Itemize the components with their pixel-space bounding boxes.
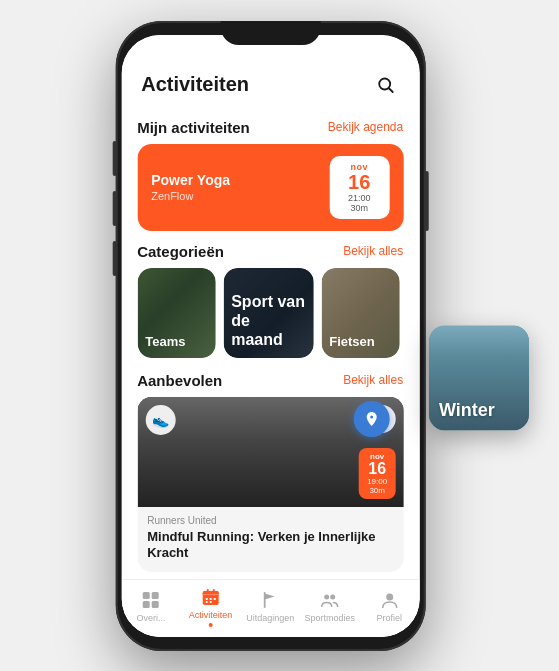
event-date-badge: nov 16 19:00 30m [359,448,395,499]
aanbevolen-name: Mindful Running: Verken je Innerlijke Kr… [147,529,393,563]
categorieen-title: Categorieën [137,243,224,260]
badge-day: 16 [367,461,387,477]
svg-rect-12 [210,598,212,600]
svg-rect-11 [206,598,208,600]
svg-rect-3 [152,592,159,599]
svg-rect-4 [143,601,150,608]
phone-notch [220,21,320,45]
svg-line-1 [389,88,393,92]
aanbevolen-image: 👟 ⚽ nov 16 19:00 30m [137,397,403,507]
mijn-activiteiten-header: Mijn activiteiten Bekijk agenda [137,119,403,136]
nav-active-indicator [209,623,213,627]
grid-icon [140,589,162,611]
activity-date-box: nov 16 21:00 30m [329,156,389,219]
volume-up-button [112,141,116,176]
aanbevolen-title: Aanbevolen [137,372,222,389]
people-icon [319,589,341,611]
app-body: Mijn activiteiten Bekijk agenda Power Yo… [121,109,419,579]
svg-point-0 [379,78,390,89]
svg-point-18 [330,595,335,600]
sport-label: Sport van de maand [223,284,313,358]
category-teams[interactable]: Teams [137,268,215,358]
app-header: Activiteiten [121,35,419,109]
silent-button [112,241,116,276]
nav-label-overview: Overi... [136,613,165,623]
nav-item-profiel[interactable]: Profiel [362,589,417,623]
svg-rect-9 [213,589,215,593]
svg-rect-7 [203,591,219,596]
nav-item-activiteiten[interactable]: Activiteiten [183,586,238,627]
svg-rect-10 [203,594,219,595]
nav-label-sportmodies: Sportmodies [305,613,356,623]
categorieen-header: Categorieën Bekijk alles [137,243,403,260]
badge-time: 19:00 30m [367,477,387,495]
search-button[interactable] [371,71,399,99]
phone-screen: Activiteiten Mijn activiteiten Bekijk ag… [121,35,419,637]
svg-rect-5 [152,601,159,608]
svg-rect-13 [214,598,216,600]
scene: Activiteiten Mijn activiteiten Bekijk ag… [0,0,559,671]
page-title: Activiteiten [141,73,249,96]
nav-label-profiel: Profiel [377,613,403,623]
calendar-icon [200,586,222,608]
bekijk-alles-aanbevolen-link[interactable]: Bekijk alles [343,373,403,387]
flag-icon [259,589,281,611]
date-day: 16 [339,172,379,192]
nav-item-sportmodies[interactable]: Sportmodies [302,589,357,623]
phone-frame: Activiteiten Mijn activiteiten Bekijk ag… [115,21,425,651]
svg-rect-15 [210,601,212,603]
shoe-icon: 👟 [145,405,175,435]
bekijk-agenda-link[interactable]: Bekijk agenda [328,120,403,134]
aanbevolen-card[interactable]: 👟 ⚽ nov 16 19:00 30m [137,397,403,573]
svg-point-19 [386,594,393,601]
app-content: Activiteiten Mijn activiteiten Bekijk ag… [121,35,419,637]
winter-background: Winter [429,325,529,430]
date-time: 21:00 30m [339,193,379,213]
power-button [424,171,428,231]
category-sport-van-de-maand[interactable]: Sport van de maand [223,268,313,358]
fietsen-label: Fietsen [321,326,383,358]
mijn-activiteiten-title: Mijn activiteiten [137,119,250,136]
svg-rect-8 [207,589,209,593]
person-icon [378,589,400,611]
nav-label-activiteiten: Activiteiten [189,610,233,620]
svg-rect-14 [206,601,208,603]
aanbevolen-organizer: Runners United [147,515,393,526]
aanbevolen-body: Runners United Mindful Running: Verken j… [137,507,403,573]
nav-item-overview[interactable]: Overi... [123,589,178,623]
winter-label: Winter [429,389,505,430]
activity-studio: ZenFlow [151,190,230,202]
category-fietsen[interactable]: Fietsen [321,268,399,358]
svg-point-17 [324,595,329,600]
activity-info: Power Yoga ZenFlow [151,172,230,202]
volume-down-button [112,191,116,226]
bekijk-alles-categorieen-link[interactable]: Bekijk alles [343,244,403,258]
nav-label-uitdagingen: Uitdagingen [246,613,294,623]
winter-card-overlay[interactable]: Winter [429,325,529,430]
categories-row: Teams Sport van de maand Fietsen [137,268,403,358]
svg-rect-2 [143,592,150,599]
location-fab[interactable] [353,401,389,437]
bottom-nav: Overi... [121,579,419,637]
activity-name: Power Yoga [151,172,230,188]
activity-card[interactable]: Power Yoga ZenFlow nov 16 21:00 30m [137,144,403,231]
nav-item-uitdagingen[interactable]: Uitdagingen [243,589,298,623]
teams-label: Teams [137,326,193,358]
aanbevolen-header: Aanbevolen Bekijk alles [137,372,403,389]
